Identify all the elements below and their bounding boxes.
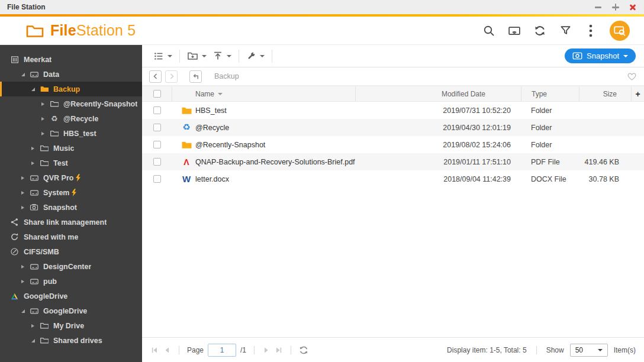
- file-row[interactable]: ♻ Λ W QNAP-Backup-and-Recovery-Solutions…: [142, 153, 644, 170]
- lightning-bolt-icon: [71, 189, 77, 197]
- window-title: File Station: [7, 3, 46, 11]
- app-logo[interactable]: FileStation 5: [26, 22, 136, 39]
- sidebar-tree-item[interactable]: ♻ GoogleDrive: [0, 303, 142, 318]
- back-button[interactable]: [149, 70, 162, 83]
- search-icon[interactable]: [482, 24, 495, 37]
- sidebar-tree-item[interactable]: ♻ Snapshot: [0, 200, 142, 215]
- sidebar-tree: ♻ Meerkat ♻ Data: [0, 52, 142, 348]
- file-type: Folder: [521, 136, 579, 153]
- tree-expand-arrow[interactable]: [21, 176, 29, 180]
- forward-button[interactable]: [165, 70, 178, 83]
- file-type: PDF File: [521, 153, 579, 170]
- tree-expand-arrow[interactable]: [41, 132, 49, 135]
- page-number-input[interactable]: 1: [208, 344, 236, 357]
- refresh-list-icon[interactable]: [299, 345, 308, 355]
- file-row[interactable]: ♻ Λ W @Recycle 2019/04/30 12:01:19 Folde…: [142, 119, 644, 136]
- next-page-icon[interactable]: [262, 346, 271, 354]
- tree-expand-arrow[interactable]: [21, 309, 29, 313]
- row-checkbox[interactable]: [153, 158, 161, 166]
- sidebar-tree-item[interactable]: ♻ System: [0, 185, 142, 200]
- sidebar-tree-item[interactable]: ♻ Backup: [0, 82, 142, 96]
- recycle-icon: ♻: [182, 123, 190, 132]
- tree-expand-arrow[interactable]: [21, 191, 29, 195]
- modified-date-column-header[interactable]: Modified Date: [355, 86, 521, 101]
- tree-expand-arrow[interactable]: [31, 339, 39, 342]
- row-checkbox[interactable]: [153, 106, 161, 114]
- items-label: Item(s): [614, 346, 636, 354]
- breadcrumb[interactable]: Backup: [214, 72, 239, 80]
- tree-item-label: Backup: [53, 85, 80, 93]
- file-row[interactable]: ♻ Λ W letter.docx 2018/09/04 11:42:39 DO…: [142, 170, 644, 188]
- size-column-header[interactable]: Size: [579, 86, 631, 101]
- minimize-icon[interactable]: [594, 3, 603, 11]
- tree-expand-arrow[interactable]: [31, 161, 39, 165]
- tree-expand-arrow[interactable]: [21, 206, 29, 209]
- file-row[interactable]: ♻ Λ W HBS_test 2019/07/31 10:52:20 Folde…: [142, 102, 644, 119]
- sidebar-tree-item[interactable]: ♻ Share link management: [0, 215, 142, 230]
- sidebar-tree-item[interactable]: ♻ Data: [0, 67, 142, 82]
- sidebar-tree-item[interactable]: ♻ Shared with me: [0, 230, 142, 244]
- tree-expand-arrow[interactable]: [21, 73, 29, 76]
- folder-icon: [40, 336, 49, 345]
- folder-icon: [40, 144, 49, 153]
- previous-page-icon[interactable]: [163, 346, 171, 354]
- sidebar-tree-item[interactable]: ♻ HBS_test: [0, 126, 142, 141]
- row-checkbox[interactable]: [153, 175, 161, 183]
- close-icon[interactable]: [629, 3, 637, 11]
- go-up-button[interactable]: [189, 70, 202, 83]
- last-page-icon[interactable]: [275, 346, 283, 354]
- snapshot-button[interactable]: Snapshot: [565, 49, 636, 63]
- sidebar-tree-item[interactable]: ♻ QVR Pro: [0, 170, 142, 185]
- sidebar-tree-item[interactable]: ♻ Music: [0, 141, 142, 156]
- tree-expand-arrow[interactable]: [21, 265, 29, 269]
- tree-item-icon: ♻: [29, 306, 39, 316]
- page-size-select[interactable]: 50: [570, 344, 608, 357]
- tree-expand-arrow[interactable]: [41, 117, 49, 121]
- first-page-icon[interactable]: [150, 346, 159, 354]
- more-options-icon[interactable]: [584, 24, 597, 37]
- select-all-checkbox[interactable]: [153, 90, 161, 98]
- file-modified-date: 2018/09/04 11:42:39: [355, 170, 521, 188]
- row-checkbox[interactable]: [153, 141, 161, 148]
- tree-expand-arrow[interactable]: [31, 88, 39, 91]
- table-header: Name Modified Date Type Size +: [142, 86, 644, 102]
- sidebar-tree-item[interactable]: ♻ GoogleDrive: [0, 289, 142, 303]
- tree-expand-arrow[interactable]: [21, 280, 29, 283]
- tree-item-icon: ♻: [29, 69, 39, 79]
- sidebar-tree-item[interactable]: ♻ CIFS/SMB: [0, 244, 142, 259]
- name-column-header[interactable]: Name: [195, 86, 355, 101]
- remote-view-badge-icon[interactable]: [610, 21, 630, 41]
- file-modified-date: 2019/04/30 12:01:19: [355, 119, 521, 136]
- tools-button[interactable]: [243, 49, 268, 63]
- tree-item-icon: ♻: [49, 99, 59, 109]
- file-size: [579, 136, 631, 153]
- sidebar-tree-item[interactable]: ♻ Meerkat: [0, 52, 142, 67]
- view-mode-button[interactable]: [150, 49, 175, 63]
- lightning-bolt-icon: [75, 174, 81, 182]
- tree-expand-arrow[interactable]: [41, 102, 49, 106]
- add-column-button[interactable]: +: [631, 86, 644, 101]
- folder-icon: [40, 159, 49, 167]
- sidebar-tree-item[interactable]: ♻ @Recycle: [0, 111, 142, 126]
- sidebar-tree-item[interactable]: ♻ My Drive: [0, 318, 142, 333]
- word-icon: W: [182, 174, 191, 183]
- sidebar-tree-item[interactable]: ♻ DesignCenter: [0, 259, 142, 274]
- sidebar-tree-item[interactable]: ♻ @Recently-Snapshot: [0, 96, 142, 111]
- sync-circle-icon: [10, 232, 19, 241]
- type-column-header[interactable]: Type: [521, 86, 579, 101]
- tree-expand-arrow[interactable]: [31, 147, 39, 150]
- file-row[interactable]: ♻ Λ W @Recently-Snapshot 2019/08/02 15:2…: [142, 136, 644, 153]
- sidebar-tree-item[interactable]: ♻ Test: [0, 156, 142, 170]
- tree-expand-arrow[interactable]: [31, 324, 39, 328]
- drive-icon: [30, 70, 39, 79]
- favorite-heart-icon[interactable]: [627, 72, 637, 81]
- refresh-icon[interactable]: [533, 24, 546, 37]
- maximize-icon[interactable]: [611, 3, 620, 11]
- filter-icon[interactable]: [559, 24, 572, 37]
- create-folder-button[interactable]: [184, 49, 210, 63]
- sidebar-tree-item[interactable]: ♻ Shared drives: [0, 333, 142, 348]
- row-checkbox[interactable]: [153, 124, 161, 131]
- cast-display-icon[interactable]: [508, 24, 521, 37]
- sidebar-tree-item[interactable]: ♻ pub: [0, 274, 142, 289]
- upload-button[interactable]: [210, 49, 234, 63]
